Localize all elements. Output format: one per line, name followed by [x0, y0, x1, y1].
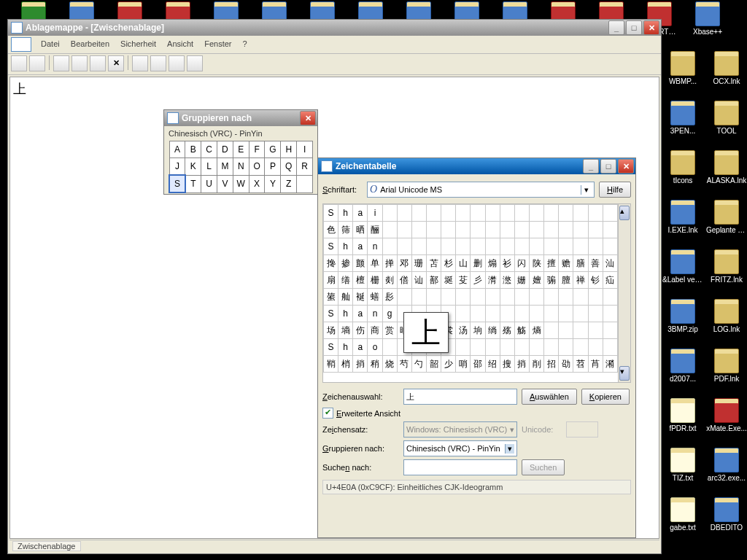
letter-cell[interactable]: E [233, 141, 249, 158]
char-cell[interactable] [456, 222, 471, 238]
char-cell[interactable]: a [353, 339, 368, 356]
desktop-icon[interactable]: tIcons [662, 150, 703, 185]
char-cell[interactable]: 衫 [500, 255, 514, 272]
desktop-icon[interactable]: xMate.Exe... [706, 398, 747, 433]
char-cell[interactable] [588, 322, 603, 339]
char-cell[interactable] [603, 339, 617, 356]
char-cell[interactable] [588, 205, 603, 222]
char-cell[interactable] [426, 222, 441, 238]
char-cell[interactable]: S [324, 339, 338, 356]
char-cell[interactable]: 禅 [573, 272, 588, 289]
char-cell[interactable]: 滺 [500, 272, 514, 289]
desktop-icon[interactable]: gabe.txt [662, 497, 703, 532]
char-cell[interactable]: 闪 [514, 255, 529, 272]
desktop-icon[interactable]: d2007... [662, 349, 703, 384]
tool-btn[interactable] [90, 55, 106, 71]
char-cell[interactable] [397, 205, 411, 222]
char-cell[interactable]: 苫 [426, 255, 441, 272]
tool-btn[interactable] [132, 55, 148, 71]
menu-bearbeiten[interactable]: Bearbeiten [66, 38, 114, 50]
desktop-icon[interactable]: arc32.exe... [706, 448, 747, 483]
char-cell[interactable] [573, 238, 588, 255]
close-button[interactable]: ✕ [300, 111, 316, 125]
char-cell[interactable]: 汕 [603, 255, 617, 272]
char-cell[interactable]: 舢 [338, 289, 353, 306]
menu-sicherheit[interactable]: Sicherheit [116, 38, 160, 50]
search-button[interactable]: Suchen [522, 459, 565, 475]
char-cell[interactable] [456, 238, 471, 255]
char-cell[interactable]: h [338, 306, 353, 322]
select-button[interactable]: Auswählen [522, 389, 577, 405]
letter-cell[interactable]: U [201, 175, 217, 192]
scroll-down[interactable]: ▾ [619, 366, 630, 381]
minimize-button[interactable]: _ [583, 159, 599, 174]
char-cell[interactable] [588, 238, 603, 255]
char-cell[interactable] [456, 339, 471, 356]
char-cell[interactable]: 少 [441, 356, 456, 373]
char-cell[interactable] [485, 205, 500, 222]
tool-btn[interactable] [187, 55, 203, 71]
char-cell[interactable] [588, 222, 603, 238]
char-cell[interactable] [426, 238, 441, 255]
char-cell[interactable]: 劭 [559, 356, 573, 373]
char-cell[interactable]: 搀 [324, 255, 338, 272]
char-cell[interactable] [441, 238, 456, 255]
letter-cell[interactable]: Z [281, 175, 297, 192]
letter-cell[interactable]: P [265, 158, 281, 176]
char-cell[interactable]: S [324, 238, 338, 255]
char-cell[interactable] [441, 205, 456, 222]
letter-cell[interactable]: O [249, 158, 265, 176]
char-cell[interactable] [441, 222, 456, 238]
char-cell[interactable] [485, 289, 500, 306]
char-cell[interactable]: h [338, 238, 353, 255]
close-button[interactable]: ✕ [618, 159, 634, 174]
char-cell[interactable]: 熵 [529, 322, 543, 339]
char-cell[interactable]: 埏 [441, 272, 456, 289]
char-cell[interactable] [456, 306, 471, 322]
char-cell[interactable] [544, 322, 559, 339]
char-cell[interactable]: 赏 [382, 322, 397, 339]
letter-cell[interactable]: D [217, 141, 233, 158]
char-cell[interactable]: 哨 [456, 356, 471, 373]
letter-cell[interactable]: L [201, 158, 217, 176]
char-cell[interactable]: 潲 [603, 356, 617, 373]
char-cell[interactable]: 讪 [411, 272, 426, 289]
char-cell[interactable] [411, 205, 426, 222]
char-cell[interactable] [411, 222, 426, 238]
char-cell[interactable]: 掸 [382, 255, 397, 272]
char-cell[interactable] [603, 322, 617, 339]
tool-btn[interactable] [29, 55, 45, 71]
tool-btn[interactable] [53, 55, 69, 71]
char-cell[interactable]: 绱 [485, 322, 500, 339]
titlebar[interactable]: Zeichentabelle _ □ ✕ [318, 158, 635, 174]
char-cell[interactable] [397, 238, 411, 255]
desktop-icon[interactable]: TIZ.txt [662, 448, 703, 483]
char-cell[interactable] [485, 339, 500, 356]
char-cell[interactable] [514, 238, 529, 255]
char-cell[interactable]: 膳 [573, 255, 588, 272]
char-cell[interactable]: 梢 [338, 356, 353, 373]
desktop-icon[interactable]: Geplante Tasks .lnk [706, 200, 747, 235]
char-cell[interactable] [573, 322, 588, 339]
char-cell[interactable] [514, 339, 529, 356]
char-cell[interactable]: S [324, 205, 338, 222]
char-cell[interactable]: 疝 [603, 272, 617, 289]
char-cell[interactable] [485, 222, 500, 238]
char-cell[interactable]: 䗠 [324, 289, 338, 306]
char-cell[interactable] [544, 306, 559, 322]
char-cell[interactable] [382, 205, 397, 222]
char-cell[interactable]: 珊 [411, 255, 426, 272]
char-cell[interactable]: 擅 [544, 255, 559, 272]
desktop-icon[interactable]: ALASKA.lnk [706, 150, 747, 185]
char-cell[interactable]: 伤 [353, 322, 368, 339]
char-cell[interactable] [485, 306, 500, 322]
desktop-icon[interactable]: LOG.lnk [706, 299, 747, 334]
char-cell[interactable]: 韶 [426, 356, 441, 373]
char-cell[interactable] [500, 289, 514, 306]
char-cell[interactable]: 僐 [397, 272, 411, 289]
char-cell[interactable]: 䘰 [353, 289, 368, 306]
char-cell[interactable] [573, 289, 588, 306]
char-cell[interactable]: 削 [529, 356, 543, 373]
char-cell[interactable] [529, 289, 543, 306]
char-cell[interactable]: 髟 [382, 289, 397, 306]
